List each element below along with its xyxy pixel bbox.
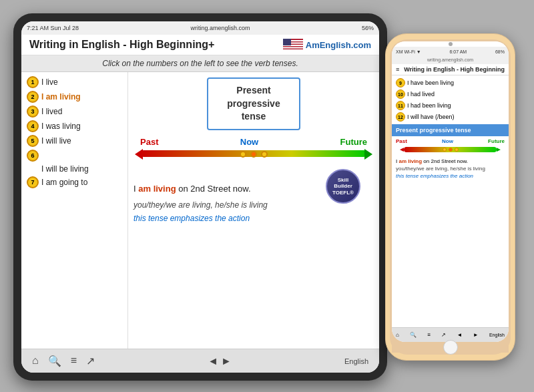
- verb-text: I live: [41, 77, 58, 87]
- phone-emphasize: this tense emphasizes the action: [396, 172, 505, 180]
- phone-lang[interactable]: English: [489, 333, 505, 337]
- phone-inner: XM Wi-Fi ▼ 6:07 AM 68% writing.amenglish…: [390, 39, 511, 355]
- tense-box-text: Present progressive tense: [216, 84, 291, 124]
- phone-verb-list: 9 I have been living 10 I had lived 11 I…: [392, 75, 509, 124]
- phone-dots: [398, 148, 502, 152]
- verb-number[interactable]: 7: [27, 176, 39, 188]
- toefl-badge: Skill Builder TOEFL®: [326, 169, 360, 204]
- verb-text: I lived: [41, 107, 62, 116]
- dot-3: [261, 151, 268, 158]
- prev-button[interactable]: ◄: [208, 355, 218, 367]
- tablet-title: Writing in English - High Beginning+: [29, 39, 214, 51]
- verb-number[interactable]: 4: [27, 120, 39, 132]
- verb-number[interactable]: 2: [27, 91, 39, 103]
- phone-dot-2: [449, 148, 453, 152]
- scene: 7:21 AM Sun Jul 28 writing.amenglish.com…: [0, 0, 534, 392]
- verb-number[interactable]: 12: [396, 112, 405, 122]
- list-item[interactable]: 6: [27, 150, 122, 162]
- tablet-statusbar: 7:21 AM Sun Jul 28 writing.amenglish.com…: [21, 21, 379, 35]
- list-item: I will be living: [27, 164, 122, 174]
- verb-text: I am going to: [41, 178, 87, 187]
- phone-header: ≡ Writing in English - High Beginning: [392, 64, 509, 75]
- label-past: Past: [140, 137, 158, 147]
- search-icon[interactable]: 🔍: [48, 355, 61, 367]
- dot-1: [240, 151, 246, 158]
- language-selector[interactable]: English: [344, 357, 368, 365]
- verb-text: I will live: [41, 136, 71, 146]
- verb-text: I am living: [41, 92, 81, 102]
- phone-home-icon[interactable]: ⌂: [396, 332, 399, 338]
- verb-number[interactable]: 6: [27, 150, 39, 162]
- list-item[interactable]: 12 I will have (/been): [396, 112, 505, 122]
- phone-timeline: Past Now Future ◄ ►: [392, 136, 509, 156]
- nav-arrows: ◄ ►: [208, 355, 232, 367]
- share-icon[interactable]: ↗: [86, 355, 95, 367]
- instruction-text: Click on the numbers on the left to see …: [102, 59, 298, 68]
- verb-number[interactable]: 10: [396, 89, 405, 99]
- label-future: Future: [340, 137, 367, 147]
- phone-time: 6:07 AM: [449, 49, 467, 54]
- tablet-time: 7:21 AM Sun Jul 28: [27, 25, 79, 31]
- list-icon[interactable]: ≡: [71, 355, 77, 367]
- phone-example-line2: you/they/we are living, he/she is living: [396, 165, 505, 172]
- phone-tense-label: Present progressive tense: [396, 127, 471, 134]
- svg-rect-5: [283, 49, 303, 51]
- emphasize-text: this tense emphasizes the action: [134, 214, 374, 223]
- list-item[interactable]: 2 I am living: [27, 91, 122, 103]
- list-item[interactable]: 10 I had lived: [396, 89, 505, 99]
- phone-label-past: Past: [396, 138, 407, 144]
- nav-icons: ⌂ 🔍 ≡ ↗: [32, 355, 95, 367]
- timeline-bar: [140, 148, 367, 159]
- example-suffix: on 2nd Street now.: [176, 184, 251, 194]
- tablet-header: Writing in English - High Beginning+ AmE…: [21, 35, 379, 55]
- phone-search-icon[interactable]: 🔍: [410, 332, 417, 338]
- list-item[interactable]: 5 I will live: [27, 135, 122, 147]
- home-icon[interactable]: ⌂: [32, 355, 39, 367]
- list-item[interactable]: 1 I live: [27, 76, 122, 88]
- home-button[interactable]: [443, 340, 458, 355]
- list-item[interactable]: 7 I am going to: [27, 176, 122, 188]
- phone-timeline-bar: ◄ ►: [398, 146, 502, 154]
- phone-next-button[interactable]: ►: [473, 332, 479, 338]
- tablet-screen: 7:21 AM Sun Jul 28 writing.amenglish.com…: [21, 21, 379, 373]
- list-item[interactable]: 11 I had been living: [396, 101, 505, 110]
- american-flag-icon: [283, 39, 303, 51]
- phone-prev-button[interactable]: ◄: [457, 332, 463, 338]
- verb-list: 1 I live 2 I am living 3 I lived 4 I was…: [21, 72, 128, 349]
- phone-screen: XM Wi-Fi ▼ 6:07 AM 68% writing.amenglish…: [392, 41, 509, 342]
- verb-number[interactable]: 5: [27, 135, 39, 147]
- badge-area: Skill Builder TOEFL®: [134, 227, 374, 240]
- list-item[interactable]: 3 I lived: [27, 106, 122, 118]
- phone-menu-icon[interactable]: ≡: [396, 66, 399, 73]
- verb-text: I was living: [41, 122, 81, 131]
- verb-text: I had been living: [407, 102, 451, 109]
- next-button[interactable]: ►: [221, 355, 232, 367]
- phone: XM Wi-Fi ▼ 6:07 AM 68% writing.amenglish…: [385, 33, 515, 361]
- verb-number[interactable]: 9: [396, 78, 405, 87]
- logo-text: AmEnglish.com: [306, 40, 371, 50]
- phone-example: I am living on 2nd Street now. you/they/…: [392, 156, 509, 182]
- phone-url-bar: writing.amenglish.com: [392, 56, 509, 64]
- tablet-battery: 56%: [362, 25, 374, 31]
- verb-text: I have been living: [407, 79, 454, 86]
- verb-text: I will have (/been): [407, 114, 455, 120]
- phone-share-icon[interactable]: ↗: [441, 332, 446, 338]
- phone-list-icon[interactable]: ≡: [427, 332, 431, 338]
- phone-dot-1: [443, 148, 447, 152]
- verb-text: I had lived: [407, 91, 435, 97]
- phone-tense-section: Present progressive tense: [392, 124, 509, 136]
- verb-number[interactable]: 1: [27, 76, 39, 88]
- main-area: 1 I live 2 I am living 3 I lived 4 I was…: [21, 72, 379, 349]
- list-item[interactable]: 9 I have been living: [396, 78, 505, 87]
- phone-battery: 68%: [495, 49, 505, 54]
- tense-box: Present progressive tense: [207, 77, 300, 130]
- instruction-bar: Click on the numbers on the left to see …: [21, 55, 379, 72]
- verb-number[interactable]: 3: [27, 106, 39, 118]
- verb-number[interactable]: 11: [396, 101, 405, 110]
- svg-rect-4: [283, 47, 303, 49]
- svg-rect-6: [283, 39, 291, 45]
- phone-statusbar: XM Wi-Fi ▼ 6:07 AM 68%: [392, 47, 509, 56]
- list-item[interactable]: 4 I was living: [27, 120, 122, 132]
- timeline-labels: Past Now Future: [134, 137, 374, 147]
- logo: AmEnglish.com: [283, 39, 371, 51]
